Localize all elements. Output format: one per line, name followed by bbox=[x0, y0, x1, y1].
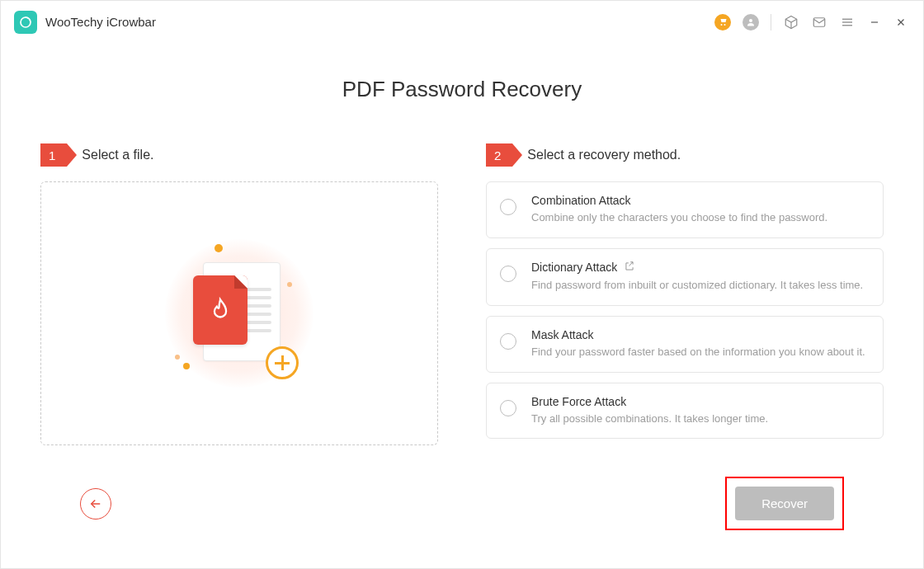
back-button[interactable] bbox=[80, 488, 111, 520]
main-content: PDF Password Recovery 1 Select a file. bbox=[1, 44, 923, 568]
close-button[interactable] bbox=[893, 15, 908, 30]
recover-button[interactable]: Recover bbox=[735, 487, 834, 520]
method-dictionary-attack[interactable]: Dictionary Attack Find password from inb… bbox=[486, 248, 884, 306]
step-1-badge: 1 bbox=[40, 143, 67, 167]
user-icon[interactable] bbox=[742, 14, 759, 31]
method-mask-attack[interactable]: Mask Attack Find your password faster ba… bbox=[486, 316, 884, 373]
minimize-button[interactable] bbox=[867, 15, 882, 30]
import-icon[interactable] bbox=[624, 261, 635, 275]
radio-dictionary[interactable] bbox=[500, 266, 516, 282]
col-select-file: 1 Select a file. bbox=[40, 143, 438, 445]
radio-brute-force[interactable] bbox=[500, 400, 516, 416]
file-drop-zone[interactable] bbox=[40, 181, 438, 445]
page-title: PDF Password Recovery bbox=[40, 77, 884, 102]
svg-rect-2 bbox=[813, 17, 825, 26]
method-combination-attack[interactable]: Combination Attack Combine only the char… bbox=[486, 181, 884, 238]
method-desc: Find your password faster based on the i… bbox=[531, 345, 868, 360]
app-logo bbox=[14, 11, 37, 34]
method-title: Dictionary Attack bbox=[531, 261, 617, 274]
titlebar: WooTechy iCrowbar bbox=[1, 1, 923, 44]
method-title: Brute Force Attack bbox=[531, 395, 626, 408]
step-2-label: Select a recovery method. bbox=[527, 148, 681, 162]
step-1-header: 1 Select a file. bbox=[40, 143, 438, 167]
menu-icon[interactable] bbox=[839, 14, 856, 31]
app-title: WooTechy iCrowbar bbox=[45, 15, 156, 29]
method-title: Mask Attack bbox=[531, 328, 593, 341]
cart-icon[interactable] bbox=[714, 14, 731, 31]
radio-combination[interactable] bbox=[500, 199, 516, 215]
mail-icon[interactable] bbox=[811, 14, 827, 31]
titlebar-divider bbox=[771, 14, 771, 31]
method-desc: Find password from inbuilt or customized… bbox=[531, 278, 868, 294]
method-desc: Combine only the characters you choose t… bbox=[531, 210, 868, 226]
step-1-label: Select a file. bbox=[82, 148, 153, 162]
pdf-icon bbox=[193, 275, 248, 345]
method-title: Combination Attack bbox=[531, 194, 631, 207]
columns: 1 Select a file. bbox=[40, 143, 884, 445]
plus-icon bbox=[266, 346, 299, 379]
method-desc: Try all possible combinations. It takes … bbox=[531, 411, 868, 427]
method-brute-force-attack[interactable]: Brute Force Attack Try all possible comb… bbox=[486, 383, 884, 440]
titlebar-icons bbox=[714, 14, 908, 31]
recover-highlight-box: Recover bbox=[725, 477, 844, 530]
cube-icon[interactable] bbox=[783, 14, 799, 31]
methods-list: Combination Attack Combine only the char… bbox=[486, 181, 884, 439]
app-window: WooTechy iCrowbar bbox=[0, 0, 924, 569]
radio-mask[interactable] bbox=[500, 333, 516, 350]
footer: Recover bbox=[40, 477, 884, 552]
file-illustration bbox=[165, 239, 314, 388]
col-recovery-method: 2 Select a recovery method. Combination … bbox=[486, 143, 884, 445]
step-2-header: 2 Select a recovery method. bbox=[486, 143, 884, 167]
svg-point-1 bbox=[749, 19, 752, 22]
step-2-badge: 2 bbox=[486, 143, 512, 167]
